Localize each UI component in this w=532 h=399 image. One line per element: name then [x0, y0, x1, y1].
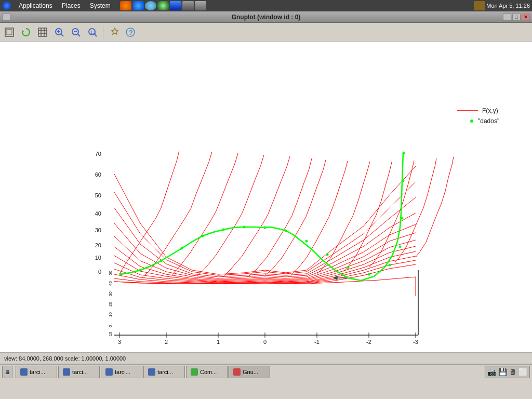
taskbar-label-2: tarci...	[72, 369, 88, 375]
svg-rect-1	[7, 30, 12, 35]
tray-icon-5	[170, 1, 181, 10]
statusbar: view: 84.0000, 268.000 scale: 1.00000, 1…	[0, 352, 532, 364]
svg-rect-7	[38, 28, 47, 36]
svg-text:30: 30	[108, 291, 113, 296]
zoom-out-button[interactable]	[69, 25, 83, 39]
taskbar-icon-3	[105, 368, 113, 376]
clock: Mon Apr 5, 11:26	[486, 3, 530, 9]
svg-text:60: 60	[95, 171, 101, 178]
svg-point-67	[347, 267, 350, 269]
show-desktop[interactable]: 🖥	[2, 366, 12, 378]
svg-point-72	[402, 180, 405, 182]
harddisk-icon: 💾	[498, 368, 507, 376]
taskbar-label-3: tarci...	[115, 369, 130, 375]
refresh-button[interactable]	[19, 25, 33, 39]
window-title: Gnuplot (window id : 0)	[232, 14, 301, 21]
status-text: view: 84.0000, 268.000 scale: 1.00000, 1…	[4, 355, 126, 362]
taskbar-item-4[interactable]: tarci...	[143, 366, 185, 378]
svg-text:50: 50	[108, 271, 113, 275]
taskbar-item-5[interactable]: Com...	[186, 366, 228, 378]
network-manager-icon	[474, 1, 485, 10]
maximize-button[interactable]: □	[512, 14, 521, 21]
svg-text:70: 70	[95, 151, 101, 157]
svg-text:40: 40	[95, 210, 101, 217]
svg-point-61	[222, 229, 225, 231]
svg-point-65	[305, 240, 308, 243]
svg-text:20: 20	[108, 302, 113, 307]
svg-text:1:1: 1:1	[90, 30, 97, 35]
svg-point-23	[470, 119, 473, 123]
svg-text:?: ?	[129, 29, 133, 36]
system-tray: 📷 💾 🖥 ⬜	[485, 366, 530, 378]
plot-svg: F(x,y) "dados" 70 60 50 40 30 20 10 0 3 …	[0, 42, 532, 352]
menu-system[interactable]: System	[86, 1, 115, 10]
svg-point-71	[401, 217, 404, 220]
svg-text:-1: -1	[314, 339, 320, 345]
taskbar-icon-2	[63, 368, 70, 376]
svg-marker-2	[22, 30, 24, 32]
taskbar-label-5: Com...	[200, 369, 217, 375]
desktop-icon: 🖥	[509, 368, 516, 376]
taskbar-item-1[interactable]: tarci...	[16, 366, 57, 378]
grid-button[interactable]	[35, 25, 50, 39]
settings-button[interactable]	[107, 25, 121, 39]
svg-text:0: 0	[263, 339, 267, 345]
svg-text:-10: -10	[108, 331, 113, 338]
svg-point-69	[389, 264, 391, 267]
tray-icon-3	[145, 1, 156, 10]
tray-icon-6	[182, 1, 194, 10]
svg-text:"dados": "dados"	[478, 117, 499, 125]
svg-text:-2: -2	[366, 339, 371, 345]
toolbar-separator	[103, 26, 103, 38]
plot-area: F(x,y) "dados" 70 60 50 40 30 20 10 0 3 …	[0, 42, 532, 352]
taskbar-label-4: tarci...	[157, 369, 173, 375]
svg-text:2: 2	[165, 339, 168, 345]
svg-text:-3: -3	[413, 339, 418, 345]
svg-text:10: 10	[95, 255, 101, 261]
menu-applications[interactable]: Applications	[15, 1, 57, 10]
close-button[interactable]: ✕	[522, 14, 530, 21]
svg-point-68	[368, 273, 370, 276]
svg-text:F(x,y): F(x,y)	[482, 107, 498, 114]
tray-icon-7	[195, 1, 206, 10]
tray-icon-4	[157, 1, 169, 10]
show-desktop-icon: 🖥	[5, 369, 10, 375]
svg-point-63	[264, 227, 267, 229]
toolbar: 1:1 ?	[0, 23, 532, 42]
os-logo	[2, 1, 11, 10]
taskbar-label-1: tarci...	[30, 369, 45, 375]
camera-icon: 📷	[487, 368, 496, 376]
svg-point-73	[403, 152, 405, 155]
svg-text:10: 10	[108, 312, 113, 317]
svg-text:0: 0	[108, 325, 113, 327]
home-button[interactable]	[2, 25, 17, 39]
taskbar-item-6[interactable]: Gnu...	[229, 366, 270, 378]
menu-places[interactable]: Places	[58, 1, 85, 10]
tray-icon-1	[120, 1, 131, 10]
titlebar-buttons: _ □ ✕	[503, 14, 530, 21]
svg-rect-0	[5, 28, 14, 36]
svg-text:3: 3	[118, 339, 121, 345]
taskbar: 🖥 tarci... tarci... tarci... tarci... Co…	[0, 364, 532, 379]
zoom-in-button[interactable]	[52, 25, 66, 39]
svg-point-56	[119, 273, 122, 276]
svg-text:0: 0	[98, 269, 101, 275]
minimize-button[interactable]: _	[503, 14, 511, 21]
menubar: Applications Places System Mon Apr 5, 11…	[0, 0, 532, 11]
svg-point-57	[139, 269, 142, 272]
svg-text:30: 30	[95, 227, 101, 233]
svg-line-9	[61, 34, 63, 36]
svg-point-62	[243, 226, 246, 229]
help-button[interactable]: ?	[123, 25, 138, 39]
svg-point-64	[285, 230, 287, 232]
taskbar-icon-5	[191, 368, 198, 376]
svg-line-13	[78, 34, 80, 36]
taskbar-item-3[interactable]: tarci...	[101, 366, 142, 378]
svg-point-66	[326, 254, 329, 256]
zoom-fit-button[interactable]: 1:1	[85, 25, 100, 39]
titlebar-left-icon	[2, 14, 10, 21]
svg-point-59	[181, 247, 183, 250]
taskbar-item-2[interactable]: tarci...	[58, 366, 100, 378]
svg-rect-20	[0, 42, 532, 352]
window-icon: ⬜	[518, 368, 527, 376]
